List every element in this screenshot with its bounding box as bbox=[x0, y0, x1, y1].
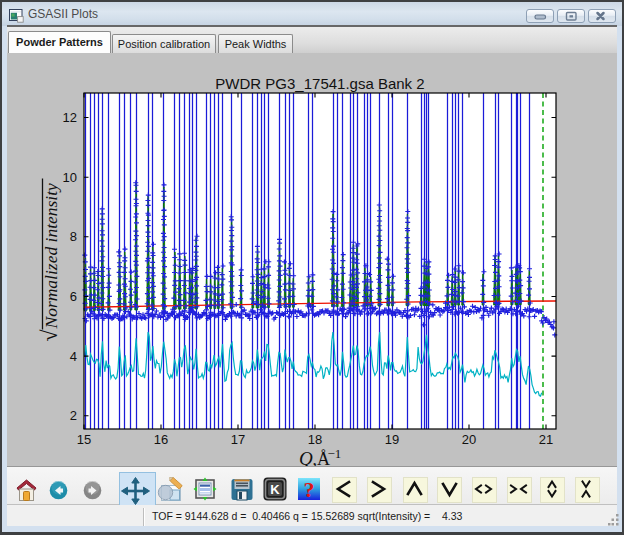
svg-text:12: 12 bbox=[63, 110, 77, 125]
svg-text:18: 18 bbox=[308, 432, 322, 447]
svg-text:−1: −1 bbox=[328, 446, 342, 461]
svg-text:Normalized intensity: Normalized intensity bbox=[41, 183, 61, 330]
svg-text:17: 17 bbox=[231, 432, 245, 447]
svg-text:2: 2 bbox=[70, 408, 77, 423]
svg-text:PWDR PG3_17541.gsa Bank 2: PWDR PG3_17541.gsa Bank 2 bbox=[215, 75, 424, 92]
svg-text:15: 15 bbox=[77, 432, 91, 447]
svg-text:16: 16 bbox=[154, 432, 168, 447]
svg-text:K: K bbox=[270, 482, 280, 497]
svg-text:√: √ bbox=[37, 329, 62, 342]
svg-text:19: 19 bbox=[385, 432, 399, 447]
svg-text:21: 21 bbox=[539, 432, 553, 447]
svg-text:Q: Q bbox=[299, 448, 313, 466]
svg-text:6: 6 bbox=[70, 289, 77, 304]
svg-text:10: 10 bbox=[63, 170, 77, 185]
svg-text:8: 8 bbox=[70, 229, 77, 244]
svg-text:?: ? bbox=[304, 478, 315, 500]
svg-text:20: 20 bbox=[462, 432, 476, 447]
svg-text:4: 4 bbox=[70, 349, 77, 364]
